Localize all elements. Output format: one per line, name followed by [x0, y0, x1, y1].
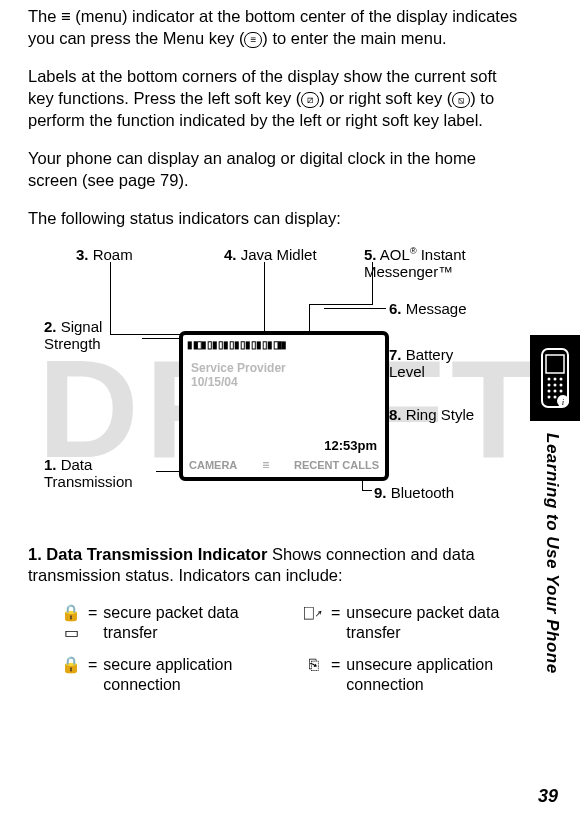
leader-line — [362, 490, 372, 491]
paragraph-clock: Your phone can display an analog or digi… — [28, 148, 520, 192]
callout-bluetooth: 9. Bluetooth — [374, 484, 454, 501]
callout-data-transmission: 1. Data Transmission — [44, 456, 164, 491]
def-text: unsecure application connection — [346, 655, 512, 695]
def-text: secure application connection — [103, 655, 269, 695]
svg-point-3 — [554, 378, 557, 381]
status-bar-icons: ▮◧▮▯▮▯▮▯▮▯▮▯▮▯▮◨▮ — [187, 339, 381, 357]
leader-line — [142, 338, 184, 339]
callout-roam: 3. Roam — [76, 246, 133, 263]
right-softkey-icon: ⧅ — [452, 92, 470, 108]
page-number: 39 — [538, 786, 558, 807]
leader-line — [372, 262, 373, 304]
svg-point-5 — [548, 384, 551, 387]
leader-line — [110, 262, 111, 334]
phone-icon: i — [538, 347, 572, 409]
def-text: unsecure packet data transfer — [346, 603, 512, 643]
svg-point-10 — [560, 390, 563, 393]
paragraph-status-intro: The following status indicators can disp… — [28, 208, 520, 230]
equals-sign: = — [331, 603, 340, 623]
paragraph-softkeys: Labels at the bottom corners of the disp… — [28, 66, 520, 132]
section-data-transmission: 1. Data Transmission Indicator Shows con… — [28, 544, 520, 588]
text: The — [28, 7, 61, 25]
secure-app-icon: 🔒 — [60, 655, 82, 675]
callout-battery-level: 7. Battery Level — [389, 346, 479, 381]
callout-aol-im: 5. AOL® Instant Messenger™ — [364, 246, 504, 281]
side-tab: i — [530, 335, 580, 421]
svg-point-6 — [554, 384, 557, 387]
unsecure-app-icon: ⎘ — [303, 655, 325, 675]
text: ) or right soft key ( — [319, 89, 452, 107]
softkey-left-label: CAMERA — [189, 459, 237, 471]
text: ) to enter the main menu. — [262, 29, 446, 47]
equals-sign: = — [88, 603, 97, 623]
svg-point-8 — [548, 390, 551, 393]
softkey-menu-icon: ≡ — [262, 458, 269, 472]
svg-point-12 — [554, 396, 557, 399]
callout-message: 6. Message — [389, 300, 467, 317]
def-secure-app: 🔒 = secure application connection — [60, 655, 269, 695]
softkey-bar: CAMERA ≡ RECENT CALLS — [187, 457, 381, 473]
callout-java-midlet: 4. Java Midlet — [224, 246, 317, 263]
menu-key-icon: ≡ — [244, 32, 262, 48]
unsecure-packet-icon: ⎕↗ — [303, 603, 325, 623]
equals-sign: = — [88, 655, 97, 675]
left-softkey-icon: ⧄ — [301, 92, 319, 108]
callout-ring-style: 8. Ring Style — [389, 406, 479, 423]
leader-line — [309, 304, 373, 305]
def-unsecure-app: ⎘ = unsecure application connection — [303, 655, 512, 695]
paragraph-menu-indicator: The ≡ (menu) indicator at the bottom cen… — [28, 6, 520, 50]
side-running-head: Learning to Use Your Phone — [542, 433, 562, 674]
menu-glyph-icon: ≡ — [61, 7, 71, 25]
def-secure-packet: 🔒▭ = secure packet data transfer — [60, 603, 269, 643]
side-column: i Learning to Use Your Phone — [524, 335, 580, 775]
status-indicator-figure: 3. Roam 4. Java Midlet 5. AOL® Instant M… — [64, 246, 484, 526]
leader-line — [264, 262, 265, 334]
leader-line — [324, 308, 386, 309]
phone-screen: ▮◧▮▯▮▯▮▯▮▯▮▯▮▯▮◨▮ Service Provider 10/15… — [179, 331, 389, 481]
date-text: 10/15/04 — [191, 375, 238, 389]
leader-line — [309, 304, 310, 334]
indicator-definitions: 🔒▭ = secure packet data transfer ⎕↗ = un… — [60, 603, 512, 695]
svg-point-4 — [560, 378, 563, 381]
svg-point-11 — [548, 396, 551, 399]
service-provider-text: Service Provider — [191, 361, 286, 375]
def-unsecure-packet: ⎕↗ = unsecure packet data transfer — [303, 603, 512, 643]
secure-packet-icon: 🔒▭ — [60, 603, 82, 643]
callout-signal-strength: 2. Signal Strength — [44, 318, 144, 353]
equals-sign: = — [331, 655, 340, 675]
svg-rect-1 — [546, 355, 564, 373]
svg-point-9 — [554, 390, 557, 393]
clock-text: 12:53pm — [324, 438, 377, 453]
svg-point-2 — [548, 378, 551, 381]
section-heading: 1. Data Transmission Indicator — [28, 545, 267, 563]
svg-point-7 — [560, 384, 563, 387]
softkey-right-label: RECENT CALLS — [294, 459, 379, 471]
def-text: secure packet data transfer — [103, 603, 269, 643]
